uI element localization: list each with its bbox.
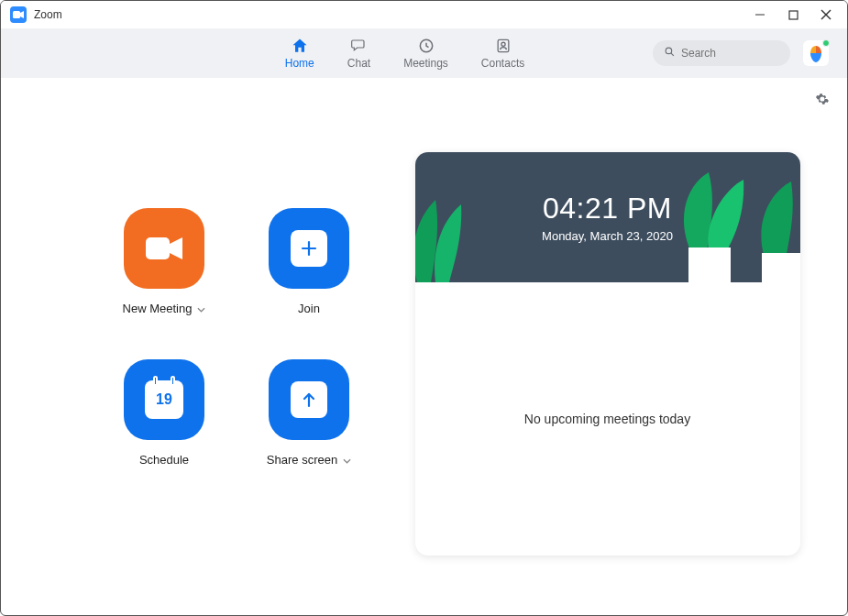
actions-panel: New Meeting Join	[27, 78, 393, 597]
contacts-icon	[494, 37, 512, 55]
svg-line-9	[671, 53, 674, 56]
clock-icon	[417, 37, 435, 55]
search-box[interactable]	[653, 40, 790, 66]
share-screen-button[interactable]: Share screen	[245, 359, 373, 467]
app-icon	[10, 6, 27, 23]
nav-tabs: Home Chat Meetings Contacts	[157, 37, 653, 70]
nav-tab-label: Home	[285, 57, 314, 70]
plant-decoration-icon	[672, 172, 745, 282]
schedule-button[interactable]: 19 Schedule	[100, 359, 228, 467]
svg-point-7	[501, 42, 504, 46]
action-label: Share screen	[267, 453, 337, 467]
meetings-card: 04:21 PM Monday, March 23, 2020 No upcom…	[415, 152, 800, 556]
action-label: New Meeting	[123, 302, 193, 315]
nav-tab-chat[interactable]: Chat	[347, 37, 370, 70]
app-window: Zoom Home	[0, 0, 848, 616]
svg-rect-11	[146, 237, 170, 259]
svg-rect-15	[762, 253, 800, 282]
clock-header: 04:21 PM Monday, March 23, 2020	[415, 152, 800, 282]
chevron-down-icon[interactable]	[197, 302, 205, 315]
profile-avatar[interactable]	[803, 40, 829, 66]
calendar-day: 19	[156, 391, 172, 408]
clock-date: Monday, March 23, 2020	[542, 229, 673, 243]
content-area: New Meeting Join	[1, 78, 847, 615]
top-nav: Home Chat Meetings Contacts	[1, 28, 847, 78]
chat-icon	[349, 37, 368, 55]
search-input[interactable]	[681, 47, 779, 60]
nav-tab-label: Contacts	[481, 57, 524, 70]
clock-time: 04:21 PM	[543, 192, 672, 226]
plant-decoration-icon	[415, 191, 463, 282]
home-icon	[291, 37, 309, 55]
nav-tab-home[interactable]: Home	[285, 37, 314, 70]
presence-dot-icon	[822, 39, 830, 47]
titlebar: Zoom	[1, 1, 847, 28]
nav-tab-contacts[interactable]: Contacts	[481, 37, 524, 70]
svg-rect-2	[789, 11, 798, 19]
app-title: Zoom	[34, 8, 62, 21]
nav-tab-label: Chat	[347, 57, 370, 70]
search-icon	[664, 45, 676, 61]
action-label: Schedule	[139, 453, 189, 467]
nav-tab-meetings[interactable]: Meetings	[403, 37, 448, 70]
svg-rect-0	[13, 11, 20, 18]
window-controls	[754, 8, 838, 21]
share-arrow-icon	[269, 359, 349, 440]
plus-icon	[269, 208, 349, 289]
svg-point-8	[666, 48, 672, 54]
calendar-icon: 19	[124, 359, 204, 440]
action-label: Join	[298, 302, 320, 315]
new-meeting-button[interactable]: New Meeting	[100, 208, 228, 315]
close-button[interactable]	[820, 8, 832, 21]
empty-meetings-text: No upcoming meetings today	[524, 412, 690, 426]
chevron-down-icon[interactable]	[343, 453, 351, 467]
meetings-panel: 04:21 PM Monday, March 23, 2020 No upcom…	[393, 78, 821, 597]
minimize-button[interactable]	[754, 8, 766, 21]
maximize-button[interactable]	[787, 8, 799, 21]
nav-tab-label: Meetings	[403, 57, 448, 70]
meetings-list-empty: No upcoming meetings today	[415, 282, 800, 556]
svg-rect-14	[688, 248, 731, 282]
join-button[interactable]: Join	[245, 208, 373, 315]
settings-button[interactable]	[814, 91, 831, 111]
plant-decoration-icon	[754, 182, 800, 282]
video-icon	[124, 208, 204, 289]
